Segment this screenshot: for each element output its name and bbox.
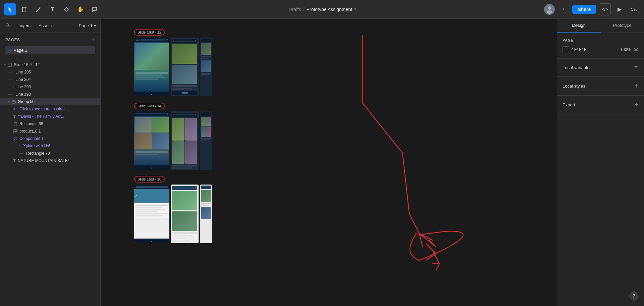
check-icon: ✓ [8,48,11,53]
frame-label-slide14: Slide 16:9 - 14 [134,103,165,109]
pages-section: Pages + ✓ Page 1 [0,33,100,58]
main-content: Layers Assets Page 1 ▾ Pages + ✓ Page 1 … [0,19,644,306]
dash-icon: — [8,85,12,89]
layer-label-david-text: **David - The Family Adv... [18,114,65,119]
play-button[interactable]: ▶ [613,3,626,15]
right-panel-tabs: Design Prototype [557,19,644,33]
layer-slide16-9-12[interactable]: ▾ Slide 16:9 - 12 [0,61,100,68]
layer-line203[interactable]: — Line 203 [0,83,100,91]
svg-rect-21 [14,122,17,125]
local-styles-add-btn[interactable]: + [635,82,639,90]
page-selector[interactable]: Page 1 ▾ [79,23,96,28]
frame-group-slide16: Slide 16:9 - 16 ⬡ [134,176,212,243]
svg-point-13 [6,23,9,26]
page-opacity-value[interactable]: 100% [620,47,631,52]
project-name[interactable]: Prototype Assignment [307,7,352,12]
svg-line-14 [9,26,10,28]
dash-icon: — [8,70,12,74]
layer-nature-text[interactable]: T NATURE MOUNTAIN SALE! [0,157,100,164]
page-color-value[interactable]: 1E1E1E [572,47,618,52]
dash-icon: — [8,77,12,82]
layer-label-line204: Line 204 [15,77,31,82]
main-frame-slide12: ★★★ ☰ ▲ [134,38,169,96]
svg-rect-0 [22,8,26,11]
layer-product10[interactable]: product10 1 [0,128,100,135]
help-button[interactable]: ? [629,291,639,301]
local-styles-section: Local styles + [557,77,644,96]
layer-label-nature-text: NATURE MOUNTAIN SALE! [18,158,69,163]
layer-line204[interactable]: — Line 204 [0,76,100,83]
layer-line193[interactable]: — Line 193 [0,91,100,98]
layer-david-text[interactable]: T **David - The Family Adv... [0,113,100,120]
layer-click-inspire[interactable]: Click to see more inspirat... [0,105,100,113]
layer-label-line205: Line 205 [15,70,31,74]
export-add-btn[interactable]: + [635,101,639,109]
collapse-icon: ▾ [4,63,6,67]
page-section: Page 1E1E1E 100% [557,33,644,59]
side-frame1-slide14: ★ ☰ [171,111,199,170]
page-selector-chevron: ▾ [94,23,96,28]
avatar-chevron-btn[interactable]: ▾ [557,3,570,15]
search-button[interactable] [4,21,11,30]
dash-icon2: — [19,151,23,156]
comment-tool-btn[interactable] [89,3,101,15]
layers-section: ▾ Slide 16:9 - 12 — Line 205 — Line 204 … [0,58,100,306]
svg-point-23 [16,130,16,131]
text-tool-btn[interactable]: T [46,3,58,15]
rect-icon [13,122,17,126]
layer-label-rect70: Rectangle 70 [26,151,50,156]
local-styles-row: Local styles + [562,82,639,90]
main-frame-slide16: ⬡ ▲ [134,185,169,243]
project-chevron[interactable]: ▾ [354,7,356,11]
frame-content-slide16: ⬡ ▲ [134,185,212,243]
pages-header: Pages + [5,37,95,43]
export-row: Export + [562,101,639,109]
zoom-level[interactable]: 5% [628,5,640,13]
share-button[interactable]: Share [572,5,596,14]
side-frame2-slide14 [200,111,212,170]
frame-tool-btn[interactable] [18,3,30,15]
page-color-row: 1E1E1E 100% [562,46,639,53]
layer-label-line203: Line 203 [15,85,31,89]
svg-point-12 [547,10,552,14]
local-variables-settings-btn[interactable] [633,64,639,71]
tab-prototype[interactable]: Prototype [601,19,644,33]
canvas[interactable]: Slide 16:9 - 12 ★★★ ☰ [101,19,557,306]
visibility-toggle[interactable] [633,47,639,53]
tab-layers[interactable]: Layers [15,22,33,30]
layer-label-group50: Group 50 [18,99,35,104]
layer-label-line193: Line 193 [15,92,31,97]
svg-rect-15 [8,63,11,66]
layer-group50[interactable]: ▾ Group 50 [0,98,100,105]
layer-label-product10: product10 1 [19,129,41,134]
local-variables-row: Local variables [562,64,639,71]
pen-tool-btn[interactable] [32,3,44,15]
layer-label-xplore: Xplore with Us! [23,144,50,148]
layer-rect70[interactable]: — Rectangle 70 [0,150,100,157]
drafts-label[interactable]: Drafts [288,7,301,12]
page-item-page1[interactable]: ✓ Page 1 [5,46,95,54]
svg-point-9 [40,7,41,8]
frame-label-slide16: Slide 16:9 - 16 [134,176,165,183]
page-color-swatch[interactable] [562,46,569,53]
layer-line205[interactable]: — Line 205 [0,68,100,76]
code-button[interactable]: </> [599,3,611,15]
component-tool-btn[interactable] [60,3,72,15]
layer-rect68[interactable]: Rectangle 68 [0,120,100,128]
select-tool-btn[interactable] [4,3,16,15]
layer-label-rect68: Rectangle 68 [19,121,43,126]
side-frame2-slide12 [200,38,212,96]
tab-assets[interactable]: Assets [37,22,54,30]
topbar-center: Drafts / Prototype Assignment ▾ [103,7,541,12]
avatar[interactable] [544,4,555,15]
image-icon [13,129,17,133]
group-icon [12,100,16,104]
svg-point-11 [548,6,551,10]
tab-design[interactable]: Design [557,19,601,33]
layer-xplore-text[interactable]: T Xplore with Us! [0,142,100,150]
frame-label-slide12: Slide 16:9 - 12 [134,29,165,36]
hand-tool-btn[interactable]: ✋ [74,3,87,15]
layer-component1[interactable]: Component 1 [0,135,100,142]
collapse-icon: ▾ [8,100,10,104]
add-page-button[interactable]: + [91,37,95,43]
